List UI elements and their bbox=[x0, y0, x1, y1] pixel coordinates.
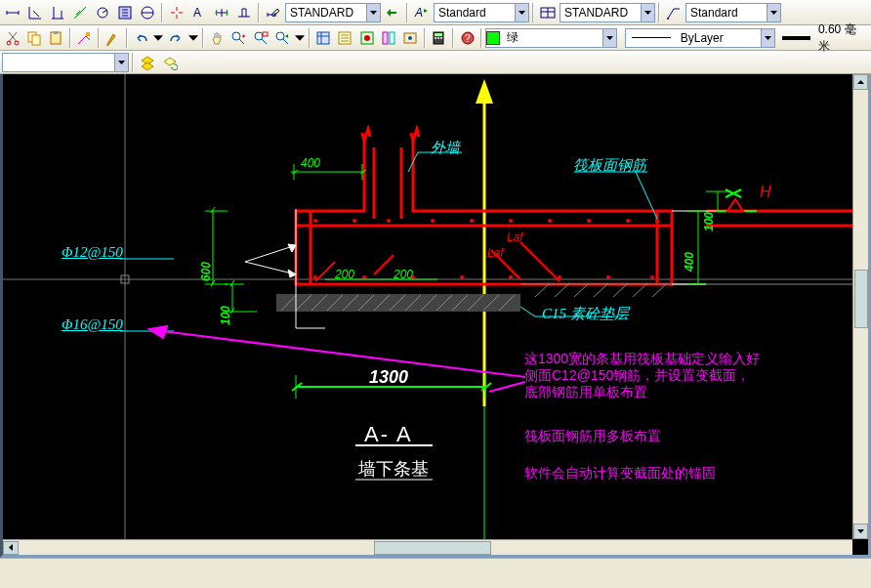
toolbar-row-2: ? 绿 ByLayer 0.60 毫米 bbox=[0, 25, 871, 51]
cut-icon[interactable] bbox=[2, 27, 22, 49]
linetype-preview bbox=[632, 37, 671, 38]
dim-tool-4[interactable] bbox=[69, 2, 91, 23]
dropdown-arrow-icon[interactable] bbox=[602, 29, 616, 47]
section-subtitle: 墙下条基 bbox=[358, 457, 429, 481]
mleader-combo-4[interactable]: Standard bbox=[685, 3, 781, 22]
separator bbox=[424, 28, 426, 48]
svg-text:A: A bbox=[414, 6, 423, 20]
sheet-icon[interactable] bbox=[335, 27, 355, 49]
svg-point-17 bbox=[276, 32, 284, 40]
copy-icon[interactable] bbox=[23, 27, 44, 49]
zoom-dropdown[interactable] bbox=[294, 27, 306, 49]
tablestyle-combo-3[interactable]: STANDARD bbox=[560, 3, 655, 22]
separator bbox=[406, 3, 408, 22]
dropdown-arrow-icon[interactable] bbox=[114, 54, 128, 71]
dim-400r: 400 bbox=[683, 252, 696, 272]
dim-tool-8[interactable] bbox=[166, 2, 187, 23]
horizontal-scrollbar[interactable] bbox=[3, 539, 852, 555]
zoom-realtime-icon[interactable] bbox=[228, 27, 249, 49]
redo-icon[interactable] bbox=[165, 27, 186, 49]
scroll-thumb[interactable] bbox=[854, 270, 868, 328]
dropdown-arrow-icon[interactable] bbox=[366, 4, 380, 21]
svg-rect-13 bbox=[86, 32, 90, 36]
tablestyle-icon[interactable] bbox=[537, 2, 559, 23]
mleader-icon[interactable] bbox=[663, 2, 684, 23]
svg-point-54 bbox=[626, 219, 630, 223]
color-combo[interactable]: 绿 bbox=[485, 28, 617, 48]
status-bar bbox=[0, 558, 871, 577]
dropdown-arrow-icon[interactable] bbox=[767, 4, 780, 21]
dimstyle-icon[interactable] bbox=[263, 2, 284, 23]
layer-combo[interactable] bbox=[2, 53, 129, 72]
toolbar-row-1: A STANDARD A Standard STANDARD Standard bbox=[0, 0, 871, 25]
design-center-icon[interactable] bbox=[400, 27, 421, 49]
linetype-combo[interactable]: ByLayer bbox=[625, 28, 775, 48]
scroll-right-icon[interactable] bbox=[837, 555, 852, 559]
help-icon[interactable]: ? bbox=[457, 27, 477, 49]
dim-tool-6[interactable] bbox=[114, 2, 136, 23]
dropdown-arrow-icon[interactable] bbox=[761, 29, 774, 47]
svg-point-50 bbox=[470, 219, 474, 223]
pan-icon[interactable] bbox=[207, 27, 228, 49]
svg-rect-16 bbox=[263, 32, 268, 36]
svg-rect-18 bbox=[317, 32, 329, 44]
layer-state-icon[interactable] bbox=[159, 52, 181, 73]
scroll-down-icon[interactable] bbox=[853, 524, 868, 539]
layer-prev-icon[interactable] bbox=[137, 52, 158, 73]
textstyle-combo-2[interactable]: Standard bbox=[434, 3, 529, 22]
vertical-scrollbar[interactable] bbox=[852, 74, 868, 539]
match-icon[interactable] bbox=[74, 27, 95, 49]
svg-marker-38 bbox=[476, 79, 493, 104]
scroll-left-icon[interactable] bbox=[3, 541, 19, 555]
svg-line-123 bbox=[245, 262, 296, 274]
dim-tool-3[interactable] bbox=[47, 2, 68, 23]
svg-point-47 bbox=[353, 219, 356, 223]
zoom-window-icon[interactable] bbox=[250, 27, 270, 49]
svg-text:?: ? bbox=[465, 33, 471, 44]
svg-point-59 bbox=[460, 275, 464, 279]
svg-point-21 bbox=[364, 35, 370, 41]
dropdown-arrow-icon[interactable] bbox=[641, 4, 654, 21]
dim-tool-11[interactable] bbox=[233, 2, 255, 23]
dim-tool-1[interactable] bbox=[2, 2, 23, 23]
lineweight-combo[interactable]: 0.60 毫米 bbox=[782, 28, 868, 48]
svg-rect-28 bbox=[435, 37, 436, 39]
dim-tool-7[interactable] bbox=[137, 2, 158, 23]
label-c15: C15 素砼垫层 bbox=[542, 305, 629, 323]
svg-line-126 bbox=[154, 330, 525, 377]
dim-tool-5[interactable] bbox=[92, 2, 113, 23]
scroll-thumb-h[interactable] bbox=[374, 541, 491, 555]
markup-icon[interactable] bbox=[356, 27, 377, 49]
note-1: 这1300宽的条基用筏板基础定义输入好 bbox=[524, 351, 760, 368]
dim-tool-2[interactable] bbox=[24, 2, 46, 23]
paste-icon[interactable] bbox=[45, 27, 65, 49]
svg-marker-113 bbox=[727, 199, 743, 211]
separator bbox=[452, 28, 454, 48]
dim-100r: 100 bbox=[702, 212, 716, 231]
dim-tool-10[interactable] bbox=[211, 2, 232, 23]
svg-rect-12 bbox=[54, 31, 58, 34]
textstyle-icon[interactable]: A bbox=[411, 2, 433, 23]
redo-dropdown[interactable] bbox=[187, 27, 199, 49]
props-icon[interactable] bbox=[313, 27, 334, 49]
svg-point-14 bbox=[232, 32, 240, 40]
dim-tool-9[interactable]: A bbox=[188, 2, 210, 23]
undo-icon[interactable] bbox=[131, 27, 151, 49]
drawing-canvas[interactable]: 外墙 筏板面钢筋 H C15 素砼垫层 400 600 100 400 100 … bbox=[0, 74, 871, 558]
tool-palette-icon[interactable] bbox=[378, 27, 398, 49]
dimstyle-combo-1[interactable]: STANDARD bbox=[285, 3, 381, 22]
undo-dropdown[interactable] bbox=[152, 27, 164, 49]
section-label: A- A bbox=[364, 422, 413, 447]
svg-point-46 bbox=[313, 219, 317, 223]
brush-icon[interactable] bbox=[103, 27, 123, 49]
svg-rect-10 bbox=[32, 35, 40, 45]
toolbar-row-3 bbox=[0, 51, 871, 74]
zoom-prev-icon[interactable] bbox=[271, 27, 292, 49]
svg-point-62 bbox=[606, 275, 610, 279]
scroll-up-icon[interactable] bbox=[853, 74, 868, 90]
dim-update-icon[interactable] bbox=[382, 2, 403, 23]
calc-icon[interactable] bbox=[429, 27, 449, 49]
svg-point-55 bbox=[655, 219, 659, 223]
dropdown-arrow-icon[interactable] bbox=[515, 4, 528, 21]
mleader-value-4: Standard bbox=[686, 6, 742, 20]
